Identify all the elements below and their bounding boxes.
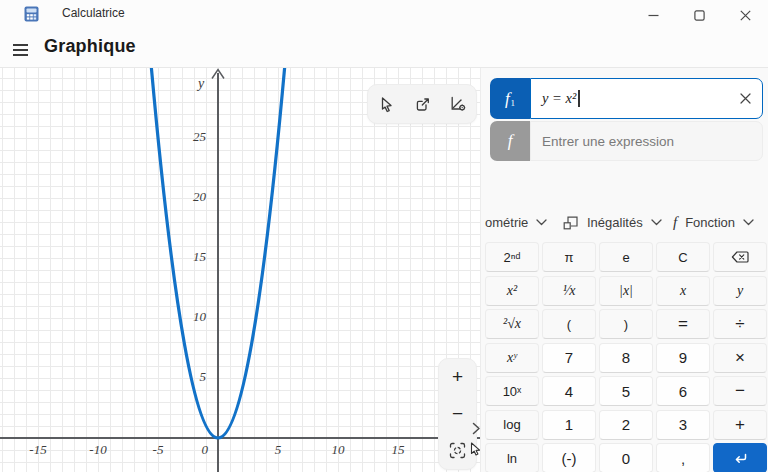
key-var-x[interactable]: x bbox=[656, 276, 710, 306]
key-8[interactable]: 8 bbox=[599, 343, 653, 373]
key-9[interactable]: 9 bbox=[656, 343, 710, 373]
graph-toolbar bbox=[367, 84, 477, 124]
chevron-down-icon bbox=[651, 219, 662, 226]
keypad: 2ⁿᵈ π e C x² ¹⁄x |x| x y ²√x ( ) = ÷ xʸ … bbox=[485, 242, 767, 472]
parabola-curve bbox=[0, 68, 480, 472]
y-tick: 10 bbox=[180, 309, 206, 325]
equation-panel: f1 y = x² f Entrer une expression ométri… bbox=[480, 68, 768, 472]
graph-options-button[interactable] bbox=[442, 89, 474, 119]
key-reciprocal[interactable]: ¹⁄x bbox=[542, 276, 596, 306]
key-4[interactable]: 4 bbox=[542, 376, 596, 406]
calculator-window: Calculatrice Graphique y 25 20 bbox=[0, 0, 768, 472]
keypad-tabs: ométrie Inégalités f Fonction bbox=[481, 209, 768, 235]
share-button[interactable] bbox=[406, 89, 438, 119]
backspace-icon bbox=[731, 251, 749, 263]
trace-button[interactable] bbox=[370, 89, 402, 119]
tab-label: Inégalités bbox=[587, 215, 643, 230]
hamburger-icon[interactable] bbox=[13, 41, 31, 57]
key-divide[interactable]: ÷ bbox=[713, 309, 767, 339]
f1-badge-sub: 1 bbox=[511, 98, 516, 108]
tab-function[interactable]: f Fonction bbox=[673, 209, 754, 235]
y-tick: 25 bbox=[180, 129, 206, 145]
key-1[interactable]: 1 bbox=[542, 410, 596, 440]
f1-expression-text: y = x² bbox=[542, 90, 576, 107]
page-title: Graphique bbox=[44, 36, 136, 57]
key-var-y[interactable]: y bbox=[713, 276, 767, 306]
inequalities-icon bbox=[563, 214, 579, 230]
key-negate[interactable]: (-) bbox=[542, 443, 596, 472]
key-comma[interactable]: , bbox=[656, 443, 710, 472]
close-button[interactable] bbox=[722, 0, 768, 30]
key-x-squared[interactable]: x² bbox=[485, 276, 539, 306]
key-0[interactable]: 0 bbox=[599, 443, 653, 472]
text-cursor bbox=[578, 90, 579, 107]
key-x-power-y[interactable]: xʸ bbox=[485, 343, 539, 373]
key-log[interactable]: log bbox=[485, 410, 539, 440]
trace-pointer-icon bbox=[378, 96, 395, 113]
key-minus[interactable]: − bbox=[713, 376, 767, 406]
function-row-2: f Entrer une expression bbox=[490, 121, 763, 161]
enter-icon bbox=[732, 452, 749, 465]
key-7[interactable]: 7 bbox=[542, 343, 596, 373]
x-tick: -5 bbox=[138, 442, 178, 458]
chevron-down-icon bbox=[743, 219, 754, 226]
share-icon bbox=[414, 96, 431, 113]
header: Graphique bbox=[0, 30, 768, 67]
key-close-paren[interactable]: ) bbox=[599, 309, 653, 339]
key-10-power-x[interactable]: 10ˣ bbox=[485, 376, 539, 406]
fit-view-button[interactable] bbox=[442, 436, 474, 466]
graph-canvas[interactable]: y 25 20 15 10 5 -15 -10 -5 0 5 10 15 bbox=[0, 68, 480, 472]
key-6[interactable]: 6 bbox=[656, 376, 710, 406]
f2-placeholder: Entrer une expression bbox=[542, 134, 674, 149]
key-plus[interactable]: + bbox=[713, 410, 767, 440]
calculator-app-icon bbox=[24, 6, 39, 22]
key-3[interactable]: 3 bbox=[656, 410, 710, 440]
key-euler[interactable]: e bbox=[599, 242, 653, 272]
zoom-in-button[interactable]: + bbox=[442, 362, 474, 392]
key-ln[interactable]: ln bbox=[485, 443, 539, 472]
function-row-1: f1 y = x² bbox=[490, 78, 763, 119]
clear-icon bbox=[740, 93, 751, 104]
key-open-paren[interactable]: ( bbox=[542, 309, 596, 339]
x-tick: -10 bbox=[78, 442, 118, 458]
window-controls bbox=[630, 0, 768, 30]
close-icon bbox=[740, 10, 751, 21]
tab-label: ométrie bbox=[485, 215, 528, 230]
key-absolute-value[interactable]: |x| bbox=[599, 276, 653, 306]
key-multiply[interactable]: × bbox=[713, 343, 767, 373]
f2-badge[interactable]: f bbox=[490, 121, 530, 161]
maximize-button[interactable] bbox=[676, 0, 722, 30]
tab-trigonometry[interactable]: ométrie bbox=[485, 209, 547, 235]
y-tick: 5 bbox=[180, 369, 206, 385]
key-5[interactable]: 5 bbox=[599, 376, 653, 406]
key-enter[interactable] bbox=[713, 443, 767, 472]
chevron-down-icon bbox=[536, 219, 547, 226]
graph-options-icon bbox=[449, 95, 467, 113]
tab-label: Fonction bbox=[685, 215, 735, 230]
x-tick: 10 bbox=[318, 442, 358, 458]
zoom-out-button[interactable]: − bbox=[442, 399, 474, 429]
function-f-icon: f bbox=[673, 214, 677, 231]
minimize-button[interactable] bbox=[630, 0, 676, 30]
fit-view-icon bbox=[449, 442, 466, 459]
key-pi[interactable]: π bbox=[542, 242, 596, 272]
key-clear[interactable]: C bbox=[656, 242, 710, 272]
f1-badge[interactable]: f1 bbox=[490, 78, 530, 119]
titlebar: Calculatrice bbox=[0, 0, 768, 30]
key-root[interactable]: ²√x bbox=[485, 309, 539, 339]
key-backspace[interactable] bbox=[713, 242, 767, 272]
tab-inequalities[interactable]: Inégalités bbox=[563, 209, 662, 235]
f2-expression-input[interactable]: Entrer une expression bbox=[530, 121, 763, 161]
f2-badge-label: f bbox=[508, 131, 513, 151]
clear-expression-button[interactable] bbox=[728, 79, 762, 118]
key-2nd[interactable]: 2ⁿᵈ bbox=[485, 242, 539, 272]
key-equals[interactable]: = bbox=[656, 309, 710, 339]
f1-badge-label: f bbox=[505, 89, 510, 109]
minimize-icon bbox=[648, 10, 659, 21]
x-tick: -15 bbox=[18, 442, 58, 458]
x-tick-origin: 0 bbox=[188, 442, 208, 458]
x-tick: 5 bbox=[258, 442, 298, 458]
key-2[interactable]: 2 bbox=[599, 410, 653, 440]
f1-expression-input[interactable]: y = x² bbox=[530, 78, 763, 119]
y-tick: 15 bbox=[180, 249, 206, 265]
